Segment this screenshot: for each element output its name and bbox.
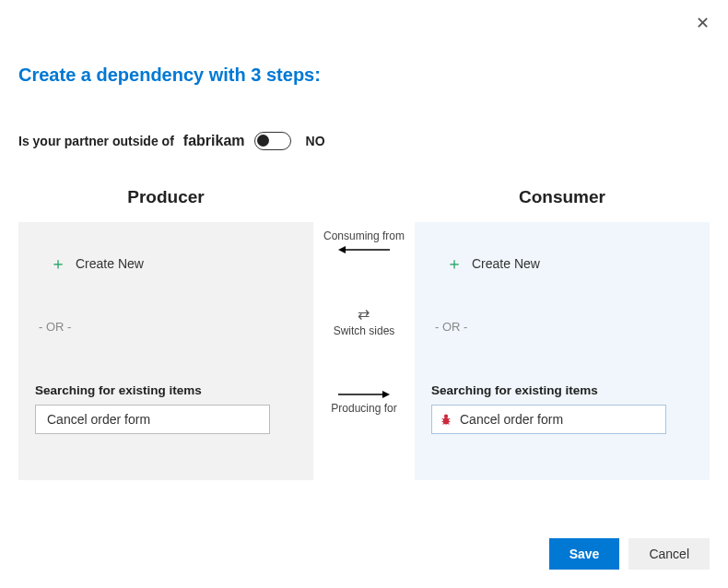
relations-column: Consuming from ⇄ Switch sides xyxy=(313,187,415,480)
svg-marker-1 xyxy=(338,246,346,253)
dialog-title: Create a dependency with 3 steps: xyxy=(18,65,710,86)
partner-brand: fabrikam xyxy=(183,133,245,149)
consumer-or-label: - OR - xyxy=(435,320,693,334)
arrow-left-icon xyxy=(336,244,392,255)
producer-column: Producer ＋ Create New - OR - Searching f… xyxy=(18,187,313,480)
svg-line-6 xyxy=(442,418,444,419)
partner-question-row: Is your partner outside of fabrikam NO xyxy=(18,132,710,150)
svg-line-8 xyxy=(443,423,445,424)
svg-point-4 xyxy=(444,414,448,417)
cancel-button[interactable]: Cancel xyxy=(628,538,710,570)
consumer-column: Consumer ＋ Create New - OR - Searching f… xyxy=(415,187,710,480)
partner-label-prefix: Is your partner outside of xyxy=(18,134,174,148)
partner-toggle-value: NO xyxy=(306,134,325,148)
consuming-from-label: Consuming from xyxy=(323,229,405,242)
consumer-panel: ＋ Create New - OR - Searching for existi… xyxy=(415,222,710,480)
consumer-create-new-label: Create New xyxy=(472,256,540,271)
svg-line-9 xyxy=(449,418,451,419)
arrow-right-icon xyxy=(336,389,392,400)
swap-icon[interactable]: ⇄ xyxy=(358,305,370,323)
consumer-create-new-button[interactable]: ＋ Create New xyxy=(431,239,693,276)
producer-search-label: Searching for existing items xyxy=(35,383,297,397)
switch-sides-label: Switch sides xyxy=(334,324,395,337)
svg-line-11 xyxy=(448,423,450,424)
producer-panel: ＋ Create New - OR - Searching for existi… xyxy=(18,222,313,480)
svg-marker-3 xyxy=(382,391,390,398)
bug-icon xyxy=(440,413,452,426)
producer-search-input[interactable] xyxy=(35,405,270,434)
consumer-search-label: Searching for existing items xyxy=(431,383,693,397)
producer-or-label: - OR - xyxy=(39,320,297,334)
producer-create-new-label: Create New xyxy=(76,256,144,271)
consumer-heading: Consumer xyxy=(519,187,605,207)
producing-for-label: Producing for xyxy=(331,402,396,415)
consumer-result-text: Cancel order form xyxy=(460,412,563,427)
plus-icon: ＋ xyxy=(446,255,463,272)
close-icon[interactable]: ✕ xyxy=(696,15,710,31)
dialog-footer: Save Cancel xyxy=(549,538,710,570)
plus-icon: ＋ xyxy=(50,255,66,272)
producer-create-new-button[interactable]: ＋ Create New xyxy=(35,239,297,276)
toggle-knob xyxy=(257,135,269,147)
consumer-result-item[interactable]: Cancel order form xyxy=(431,405,666,434)
producer-heading: Producer xyxy=(127,187,204,207)
partner-toggle[interactable] xyxy=(254,132,291,150)
save-button[interactable]: Save xyxy=(549,538,620,570)
